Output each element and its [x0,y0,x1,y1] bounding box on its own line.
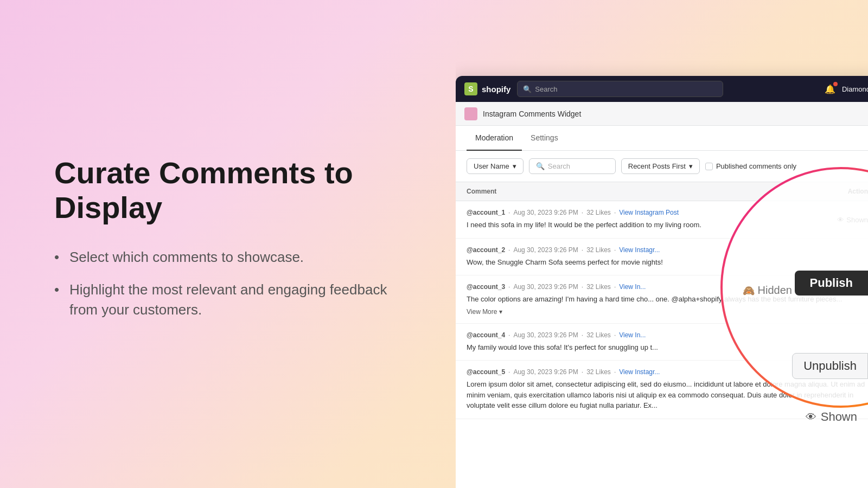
tabs-bar: Moderation Settings [456,126,868,151]
comment-account-4: @account_4 [467,331,505,339]
comment-text-5: Lorem ipsum dolor sit amet, consectetur … [467,379,868,411]
comment-likes-1: 32 Likes [586,209,611,216]
comments-list: @account_1 · Aug 30, 2023 9:26 PM · 32 L… [456,201,868,488]
comment-likes-5: 32 Likes [586,368,611,376]
comment-meta-1: @account_1 · Aug 30, 2023 9:26 PM · 32 L… [467,209,868,216]
comment-meta-5: @account_5 · Aug 30, 2023 9:26 PM · 32 L… [467,368,868,376]
comment-search[interactable]: 🔍 Search [529,158,616,174]
bullet-list: Select which comments to showcase. Highl… [54,247,401,332]
topbar-search[interactable]: 🔍 Search [517,81,723,97]
comment-separator-1: · [508,209,510,216]
table-row: @account_3 · Aug 30, 2023 9:26 PM · 32 L… [456,275,868,324]
shopify-logo-icon: S [464,82,477,95]
comment-date-3: Aug 30, 2023 9:26 PM [513,283,578,291]
published-filter[interactable]: Published comments only [705,162,796,170]
action-shown-1: 👁 Shown [837,215,868,223]
user-plan-label: Diamond [842,85,868,93]
comment-date-1: Aug 30, 2023 9:26 PM [513,209,578,216]
right-panel: S shopify 🔍 Search 🔔 Diamond Instagram C… [456,0,868,488]
published-filter-label: Published comments only [716,162,796,170]
table-header: Comment Action [456,182,868,201]
username-filter-label: User Name [474,162,509,170]
comment-meta-3: @account_3 · Aug 30, 2023 9:26 PM · 32 L… [467,283,868,291]
view-post-link-3[interactable]: View In... [619,283,646,291]
search-input-placeholder: Search [548,162,570,170]
table-row: @account_2 · Aug 30, 2023 9:26 PM · 32 L… [456,239,868,276]
shopify-wordmark: shopify [482,85,510,94]
shopify-logo: S shopify [464,82,510,95]
filters-row: User Name ▾ 🔍 Search Recent Posts First … [456,151,868,182]
table-row: @account_1 · Aug 30, 2023 9:26 PM · 32 L… [456,201,868,239]
search-icon: 🔍 [523,85,532,93]
comment-likes-4: 32 Likes [586,331,611,339]
view-post-link-5[interactable]: View Instagr... [619,368,660,376]
app-title: Instagram Comments Widget [483,110,581,118]
view-post-link-4[interactable]: View In... [619,331,646,339]
published-checkbox[interactable] [705,163,713,170]
comment-meta-2: @account_2 · Aug 30, 2023 9:26 PM · 32 L… [467,246,868,254]
comment-date-2: Aug 30, 2023 9:26 PM [513,246,578,254]
shopify-topbar: S shopify 🔍 Search 🔔 Diamond [456,76,868,102]
app-icon [464,107,477,120]
comment-text-4: My family would love this sofa! It's per… [467,342,868,353]
sort-chevron: ▾ [689,162,693,170]
username-filter-chevron: ▾ [513,162,516,170]
comment-text-1: I need this sofa in my life! It would be… [467,220,868,230]
eye-icon-1: 👁 [837,215,844,223]
bullet-item-2: Highlight the most relevant and engaging… [54,280,401,319]
table-row: @account_5 · Aug 30, 2023 9:26 PM · 32 L… [456,361,868,419]
tab-settings[interactable]: Settings [522,126,567,151]
search-icon: 🔍 [536,162,545,170]
comment-date-5: Aug 30, 2023 9:26 PM [513,368,578,376]
comment-text-2: Wow, the Snuggle Charm Sofa seems perfec… [467,257,868,268]
chevron-down-icon: ▾ [499,308,502,316]
sort-select[interactable]: Recent Posts First ▾ [621,158,700,174]
comment-likes-2: 32 Likes [586,246,611,254]
comment-account-3: @account_3 [467,283,505,291]
shown-label-1: Shown [846,215,868,223]
comment-separator-2: · [582,209,583,216]
shopify-window: S shopify 🔍 Search 🔔 Diamond Instagram C… [456,76,868,488]
comment-meta-4: @account_4 · Aug 30, 2023 9:26 PM · 32 L… [467,331,868,339]
comment-likes-3: 32 Likes [586,283,611,291]
comment-separator-3: · [614,209,616,216]
col-comment-header: Comment [467,188,781,195]
content-area: Moderation Settings User Name ▾ 🔍 Search… [456,126,868,488]
bell-container[interactable]: 🔔 [825,84,835,94]
comment-account-2: @account_2 [467,246,505,254]
view-post-link-1[interactable]: View Instagram Post [619,209,679,216]
view-more-label: View More [467,308,497,316]
table-row: @account_4 · Aug 30, 2023 9:26 PM · 32 L… [456,324,868,361]
action-area-1: 👁 Shown [837,215,868,223]
topbar-right: 🔔 Diamond [825,84,868,94]
col-action-header: Action [781,188,868,195]
page-title: Curate Comments to Display [54,156,401,226]
notification-badge [833,82,838,86]
username-filter[interactable]: User Name ▾ [467,158,524,174]
comment-date-4: Aug 30, 2023 9:26 PM [513,331,578,339]
view-more-button-3[interactable]: View More ▾ [467,308,502,316]
comment-account-1: @account_1 [467,209,505,216]
bullet-item-1: Select which comments to showcase. [54,247,401,267]
search-placeholder-text: Search [535,85,557,93]
comment-text-3: The color options are amazing! I'm havin… [467,294,868,305]
view-post-link-2[interactable]: View Instagr... [619,246,660,254]
tab-moderation[interactable]: Moderation [467,126,522,151]
comment-account-5: @account_5 [467,368,505,376]
app-header: Instagram Comments Widget [456,102,868,126]
sort-label: Recent Posts First [628,162,686,170]
left-panel: Curate Comments to Display Select which … [0,0,456,488]
